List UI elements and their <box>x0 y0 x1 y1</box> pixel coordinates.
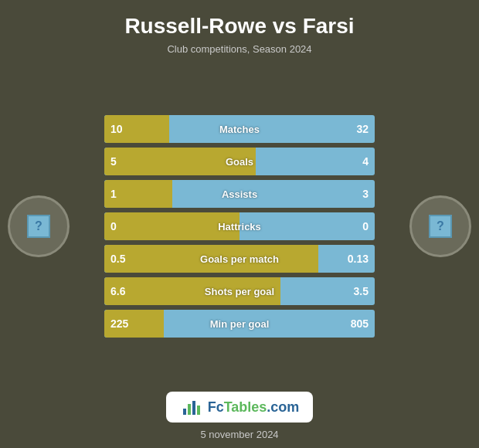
stat-row: Matches1032 <box>104 115 375 143</box>
stat-value-left: 1 <box>110 188 117 200</box>
page-subtitle: Club competitions, Season 2024 <box>167 43 311 55</box>
stat-label: Min per goal <box>210 318 270 330</box>
logo-fc: Fc <box>208 399 224 415</box>
player-avatar-left: ? <box>8 195 70 257</box>
stat-value-right: 0 <box>362 220 369 232</box>
player-avatar-right: ? <box>409 195 471 257</box>
stat-row: Assists13 <box>104 180 375 208</box>
stat-bar-bg: Min per goal225805 <box>104 310 375 338</box>
stat-value-left: 5 <box>110 155 117 168</box>
stat-row: Shots per goal6.63.5 <box>104 277 375 305</box>
stat-value-right: 3 <box>362 188 369 200</box>
stat-label: Shots per goal <box>205 286 274 297</box>
svg-rect-3 <box>197 406 200 415</box>
stat-row: Min per goal225805 <box>104 310 375 338</box>
date-text: 5 november 2024 <box>200 429 278 440</box>
stat-value-right: 4 <box>362 155 369 168</box>
stat-value-left: 10 <box>110 123 123 135</box>
svg-rect-1 <box>188 404 191 415</box>
stat-row: Hattricks00 <box>104 212 375 240</box>
stat-bar-bg: Matches1032 <box>104 115 375 143</box>
stat-row: Goals per match0.50.13 <box>104 245 375 273</box>
stat-bar-bg: Goals per match0.50.13 <box>104 245 375 273</box>
stat-bar-bg: Hattricks00 <box>104 212 375 240</box>
stat-value-left: 0 <box>110 220 117 232</box>
stat-label: Goals <box>226 156 253 168</box>
stat-bar-bg: Shots per goal6.63.5 <box>104 277 375 305</box>
stat-value-right: 3.5 <box>354 285 369 297</box>
comparison-area: ? Matches1032Goals54Assists13Hattricks00… <box>0 69 479 384</box>
stat-row: Goals54 <box>104 148 375 175</box>
stat-value-right: 0.13 <box>348 253 369 265</box>
stat-label: Goals per match <box>200 253 279 265</box>
page-container: Russell-Rowe vs Farsi Club competitions,… <box>0 0 479 448</box>
fctables-logo-icon <box>180 396 202 418</box>
logo-suffix: .com <box>267 399 299 415</box>
stat-value-right: 805 <box>351 317 369 330</box>
stat-value-right: 32 <box>356 123 369 135</box>
stat-bar-bg: Goals54 <box>104 148 375 175</box>
stat-value-left: 0.5 <box>110 253 125 265</box>
logo-container: FcTables.com <box>166 392 314 423</box>
stat-bar-bg: Assists13 <box>104 180 375 208</box>
stat-value-left: 225 <box>110 317 128 330</box>
page-title: Russell-Rowe vs Farsi <box>124 14 354 39</box>
logo-text: FcTables.com <box>208 399 300 416</box>
stats-container: Matches1032Goals54Assists13Hattricks00Go… <box>104 115 375 338</box>
stat-label: Matches <box>219 124 260 135</box>
svg-rect-2 <box>192 401 195 415</box>
logo-tables: Tables <box>224 399 267 415</box>
stat-value-left: 6.6 <box>110 285 125 297</box>
avatar-question-right: ? <box>429 215 452 238</box>
svg-rect-0 <box>183 409 186 415</box>
avatar-question-left: ? <box>27 215 50 238</box>
stat-label: Hattricks <box>218 221 261 232</box>
stat-label: Assists <box>222 188 257 200</box>
